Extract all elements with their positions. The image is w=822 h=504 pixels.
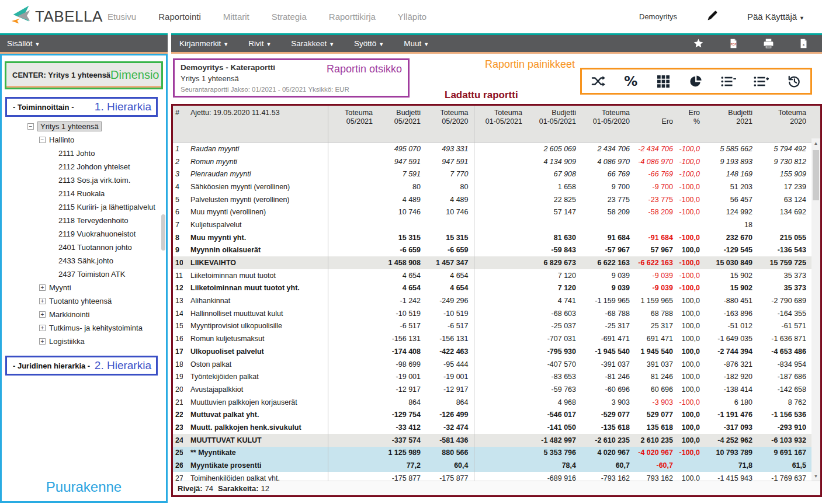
toolbar-menu-muut[interactable]: Muut▼ xyxy=(404,39,429,48)
toolbar-menu-kirjanmerkit[interactable]: Kirjanmerkit▼ xyxy=(179,39,228,48)
nav-item-mittarit[interactable]: Mittarit xyxy=(223,12,249,22)
dimension-label: CENTER: Yritys 1 yhteensä xyxy=(12,71,110,79)
row-label[interactable]: ** Myyntikate xyxy=(183,447,328,460)
nav-item-raporttikirja[interactable]: Raporttikirja xyxy=(329,12,376,22)
nav-item-raportointi[interactable]: Raportointi xyxy=(158,12,201,22)
row-label[interactable]: Myyntiprovisiot ulkopuolisille xyxy=(183,320,328,333)
expand-node-icon[interactable]: + xyxy=(39,298,46,304)
row-label[interactable]: Myyntikate prosentti xyxy=(183,459,328,472)
tree-scrollbar-thumb[interactable] xyxy=(161,214,165,251)
row-number-column-header[interactable]: # xyxy=(173,106,183,142)
column-header-toteuma-01-05-2021[interactable]: Toteuma01-05/2021 xyxy=(474,106,528,142)
tree-item-yritys-1-yhteens[interactable]: −Yritys 1 yhteensä xyxy=(2,120,166,133)
hierarchy2-label[interactable]: - Juridinen hierarkia - xyxy=(13,362,90,370)
percent-icon[interactable]: % xyxy=(622,73,640,89)
edit-pencil-icon[interactable] xyxy=(706,10,718,24)
row-label[interactable]: Alihankinnat xyxy=(183,294,328,307)
row-label[interactable]: Liiketoiminnan muut tuotot yht. xyxy=(183,282,328,295)
tree-item-markkinointi[interactable]: +Markkinointi xyxy=(2,308,166,321)
column-header-toteuma-05-2021[interactable]: Toteuma05/2021 xyxy=(328,106,378,142)
row-label[interactable]: Palvelusten myynti (verollinen) xyxy=(183,193,328,206)
column-header-budjetti-2021[interactable]: Budjetti2021 xyxy=(705,106,758,142)
scroll-down-arrow-icon[interactable]: ▼ xyxy=(811,471,820,481)
row-label[interactable]: Muuttuvien palkkojen korjauserät xyxy=(183,396,328,409)
row-label[interactable]: Ulkopuoliset palvelut xyxy=(183,345,328,358)
grid-icon[interactable] xyxy=(655,73,672,89)
tree-item-2112-johdon-yhteiset[interactable]: 2112 Johdon yhteiset xyxy=(2,160,166,173)
nav-item-yll-pito[interactable]: Ylläpito xyxy=(398,12,426,22)
tree-item-tutkimus-ja-kehitystoiminta[interactable]: +Tutkimus- ja kehitystoiminta xyxy=(2,321,166,335)
pie-chart-icon[interactable] xyxy=(687,73,705,89)
column-header-toteuma-01-05-2020[interactable]: Toteuma01-05/2020 xyxy=(581,106,635,142)
collapse-rows-icon[interactable] xyxy=(720,73,737,89)
row-label[interactable]: Muu myynti yht. xyxy=(183,231,328,244)
row-label[interactable]: Romun kuljetusmaksut xyxy=(183,332,328,345)
toolbar-menu-rivit[interactable]: Rivit▼ xyxy=(248,39,271,48)
tree-item-2111-johto[interactable]: 2111 Johto xyxy=(2,147,166,160)
tree-item-2433-s-hk-johto[interactable]: 2433 Sähk.johto xyxy=(2,254,166,267)
row-label[interactable]: Liiketoiminnan muut tuotot xyxy=(183,269,328,282)
scroll-up-arrow-icon[interactable]: ▲ xyxy=(811,138,820,148)
row-label[interactable]: Oston palkat xyxy=(183,358,328,371)
column-header-ero[interactable]: Ero% xyxy=(678,106,705,142)
tree-item-2401-tuotannon-johto[interactable]: 2401 Tuotannon johto xyxy=(2,241,166,254)
column-header-toteuma-2020[interactable]: Toteuma2020 xyxy=(758,106,811,142)
row-label[interactable]: LIIKEVAIHTO xyxy=(183,256,328,269)
tree-item-2119-vuokrahuoneistot[interactable]: 2119 Vuokrahuoneistot xyxy=(2,227,166,241)
app-logo[interactable]: TABELLA xyxy=(8,4,100,30)
tree-item-2115-kuriiri-ja-l-hettipalvelut[interactable]: 2115 Kuriiri- ja lähettipalvelut xyxy=(2,200,166,214)
row-label[interactable]: Hallinnolliset muuttuvat kulut xyxy=(183,307,328,320)
row-label[interactable]: Myynnin oikaisuerät xyxy=(183,244,328,257)
toolbar-menu-sy-tt[interactable]: Syöttö▼ xyxy=(354,39,384,48)
table-scrollbar[interactable]: ▲ ▼ xyxy=(811,138,820,481)
tree-item-2437-toimiston-atk[interactable]: 2437 Toimiston ATK xyxy=(2,267,166,281)
row-label[interactable]: Kuljetuspalvelut xyxy=(183,218,328,231)
run-timestamp-header[interactable]: Ajettu: 19.05.2020 11.41.53 xyxy=(183,106,328,142)
tree-item-2118-terveydenhoito[interactable]: 2118 Terveydenhoito xyxy=(2,214,166,227)
row-label[interactable]: Sähköosien myynti (verollinen) xyxy=(183,180,328,193)
tree-item-tuotanto-yhteens[interactable]: +Tuotanto yhteensä xyxy=(2,294,166,308)
column-header-ero[interactable]: Ero xyxy=(635,106,678,142)
hierarchy1-label[interactable]: - Toiminnoittain - xyxy=(13,103,74,112)
column-header-budjetti-01-05-2021[interactable]: Budjetti01-05/2021 xyxy=(528,106,581,142)
pdf-export-icon[interactable]: PDF xyxy=(727,38,739,50)
dimension-header[interactable]: CENTER: Yritys 1 yhteensä Dimensio xyxy=(6,63,161,88)
expand-rows-icon[interactable] xyxy=(752,73,770,89)
excel-export-icon[interactable]: x xyxy=(797,38,809,50)
shuffle-icon[interactable] xyxy=(589,73,607,89)
main-nav: EtusivuRaportointiMittaritStrategiaRapor… xyxy=(107,12,426,22)
row-label[interactable]: Työntekijöiden palkat xyxy=(183,370,328,383)
tree-item-myynti[interactable]: +Myynti xyxy=(2,281,166,294)
expand-node-icon[interactable]: + xyxy=(39,284,46,291)
row-label[interactable]: Raudan myynti xyxy=(183,142,328,155)
row-label[interactable]: MUUTTUVAT KULUT xyxy=(183,434,328,447)
nav-item-etusivu[interactable]: Etusivu xyxy=(107,12,136,22)
cell-value xyxy=(378,218,426,231)
table-scrollbar-thumb[interactable] xyxy=(813,150,819,200)
row-label[interactable]: Pienraudan myynti xyxy=(183,168,328,180)
history-icon[interactable] xyxy=(785,73,803,89)
row-label[interactable]: Muutt. palkkojen henk.sivukulut xyxy=(183,421,328,434)
column-header-budjetti-05-2021[interactable]: Budjetti05/2021 xyxy=(378,106,426,142)
expand-node-icon[interactable]: + xyxy=(39,311,46,318)
tree-item-2113-sos-ja-virk-toim[interactable]: 2113 Sos.ja virk.toim. xyxy=(2,173,166,187)
contents-menu[interactable]: Sisällöt▼ xyxy=(7,39,40,48)
toolbar-menu-sarakkeet[interactable]: Sarakkeet▼ xyxy=(291,39,334,48)
row-label[interactable]: Romun myynti xyxy=(183,155,328,168)
collapse-node-icon[interactable]: − xyxy=(27,123,34,130)
favorite-star-icon[interactable] xyxy=(692,38,704,50)
nav-item-strategia[interactable]: Strategia xyxy=(272,12,307,22)
row-label[interactable]: Avustajapalkkiot xyxy=(183,383,328,396)
row-label[interactable]: Muttuvat palkat yht. xyxy=(183,408,328,421)
expand-node-icon[interactable]: + xyxy=(39,325,46,331)
tree-item-hallinto[interactable]: −Hallinto xyxy=(2,133,166,147)
user-menu[interactable]: Pää Käyttäjä▼ xyxy=(747,12,804,22)
print-icon[interactable] xyxy=(762,38,774,50)
expand-node-icon[interactable]: + xyxy=(39,338,46,345)
row-label[interactable]: Muu myynti (verollinen) xyxy=(183,206,328,218)
tree-item-2114-ruokala[interactable]: 2114 Ruokala xyxy=(2,187,166,200)
cell-value xyxy=(426,218,474,231)
collapse-node-icon[interactable]: − xyxy=(39,137,46,143)
tree-item-logistiikka[interactable]: +Logistiikka xyxy=(2,335,166,348)
column-header-toteuma-05-2020[interactable]: Toteuma05/2020 xyxy=(426,106,474,142)
